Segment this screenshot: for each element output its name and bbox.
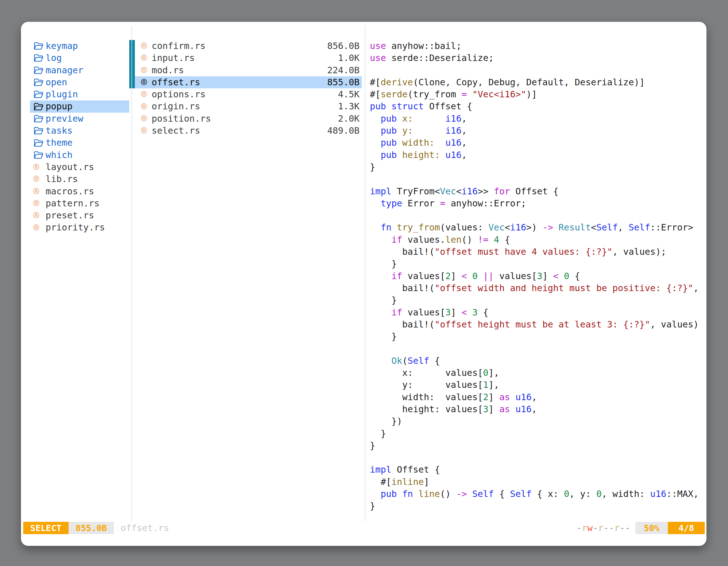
sidebar-item-keymap[interactable]: keymap (30, 40, 129, 52)
code-token: y: values[ (370, 379, 483, 390)
code-token (370, 271, 391, 281)
code-token: , (532, 404, 537, 414)
sidebar-item-preset[interactable]: ®preset.rs (30, 210, 129, 222)
sidebar-item-lib[interactable]: ®lib.rs (30, 173, 129, 185)
sidebar-item-label: which (46, 149, 72, 161)
sidebar-item-plugin[interactable]: plugin (30, 88, 129, 100)
sidebar-item-priority[interactable]: ®priority.rs (30, 222, 129, 234)
code-token: values[ (402, 307, 445, 318)
rust-file-icon: ® (33, 162, 46, 172)
code-token: ( (402, 355, 408, 366)
sidebar-item-open[interactable]: open (30, 76, 129, 88)
code-line: } (370, 440, 698, 452)
mode-badge: SELECT (23, 522, 69, 534)
code-token: < (553, 271, 558, 281)
code-token: 0 (564, 488, 569, 499)
folder-icon (33, 90, 46, 99)
sidebar-item-label: manager (46, 64, 83, 76)
permission-char: w (587, 523, 593, 533)
code-line: } (370, 258, 698, 270)
code-line: } (370, 330, 698, 342)
code-token: inline (391, 476, 424, 487)
file-row-confirm[interactable]: ®confirm.rs856.0B (135, 40, 362, 52)
code-token: () (462, 234, 478, 245)
permission-char: - (593, 523, 598, 533)
pane-separator-left (131, 26, 132, 521)
sidebar-item-theme[interactable]: theme (30, 137, 129, 149)
code-token: () (440, 488, 456, 499)
code-token: ] (424, 476, 429, 487)
visual-selection-marker-bar (129, 40, 135, 88)
code-line: pub height: u16, (370, 149, 698, 161)
code-token: values[ (494, 271, 537, 281)
code-line: width: values[2] as u16, (370, 391, 698, 403)
code-token: width: (402, 137, 435, 148)
code-token: (values: (440, 222, 488, 233)
rust-file-icon: ® (33, 199, 46, 208)
file-size: 489.0B (327, 125, 360, 137)
code-token: x: values[ (370, 367, 483, 378)
code-token: , (462, 113, 467, 124)
code-token: ] (489, 392, 499, 402)
sidebar-item-label: priority.rs (46, 222, 105, 234)
folder-icon (33, 151, 46, 160)
sidebar-item-pattern[interactable]: ®pattern.rs (30, 198, 129, 210)
code-token: Error (402, 198, 440, 209)
code-token: { (569, 271, 580, 281)
file-row-position[interactable]: ®position.rs2.0K (135, 113, 362, 125)
file-row-origin[interactable]: ®origin.rs1.3K (135, 100, 362, 112)
rust-file-icon: ® (141, 53, 152, 63)
code-token: use (370, 53, 386, 63)
sidebar-item-tasks[interactable]: tasks (30, 125, 129, 137)
code-token: 3 (537, 271, 542, 281)
code-token (370, 150, 381, 160)
code-token: anyhow::bail; (386, 41, 462, 51)
code-token: 0 (472, 271, 478, 281)
code-line: type Error = anyhow::Error; (370, 198, 698, 210)
rust-file-icon: ® (141, 78, 152, 87)
code-token: , (462, 125, 467, 136)
code-line: }) (370, 415, 698, 427)
status-bar-right: -rw-r--r-- 50% 4/8 (576, 522, 705, 534)
code-token: height: values[ (370, 404, 483, 414)
code-line: if values[2] < 0 || values[3] < 0 { (370, 270, 698, 282)
code-line: if values.len() != 4 { (370, 234, 698, 246)
code-token: values. (402, 234, 445, 245)
code-line: y: values[1], (370, 379, 698, 391)
file-row-select[interactable]: ®select.rs489.0B (135, 125, 362, 137)
code-token: as (499, 404, 510, 414)
file-row-options[interactable]: ®options.rs4.5K (135, 88, 362, 100)
file-row-offset[interactable]: ®offset.rs855.0B (135, 76, 362, 88)
code-line: } (370, 294, 698, 306)
pane-separator-right (365, 26, 365, 521)
code-token: = (462, 89, 467, 100)
file-row-mod[interactable]: ®mod.rs224.0B (135, 64, 362, 76)
sidebar-item-manager[interactable]: manager (30, 64, 129, 76)
folder-icon (33, 78, 46, 87)
code-token: #[ (370, 89, 381, 100)
code-line: #[inline] (370, 476, 698, 488)
sidebar-item-popup[interactable]: popup (30, 100, 129, 112)
code-token: -> (456, 488, 467, 499)
code-token: { (429, 355, 440, 366)
code-token: y: (402, 125, 413, 136)
sidebar-item-log[interactable]: log (30, 52, 129, 64)
rust-file-icon: ® (33, 187, 46, 196)
code-line: bail!("offset width and height must be p… (370, 282, 698, 294)
sidebar-item-which[interactable]: which (30, 149, 129, 161)
permission-char: - (625, 523, 630, 533)
code-token: Self (596, 222, 618, 233)
sidebar-item-preview[interactable]: preview (30, 113, 129, 125)
folder-icon (33, 114, 46, 123)
code-token: bail!( (370, 247, 435, 257)
code-token: >> (478, 186, 494, 197)
code-token (510, 404, 515, 414)
sidebar-item-layout[interactable]: ®layout.rs (30, 161, 129, 173)
file-row-input[interactable]: ®input.rs1.0K (135, 52, 362, 64)
rust-file-icon: ® (141, 41, 152, 51)
code-token (370, 488, 381, 499)
code-token: TryFrom< (391, 186, 440, 197)
code-token: -> (543, 222, 553, 233)
code-token: if (391, 234, 402, 245)
sidebar-item-macros[interactable]: ®macros.rs (30, 186, 129, 198)
